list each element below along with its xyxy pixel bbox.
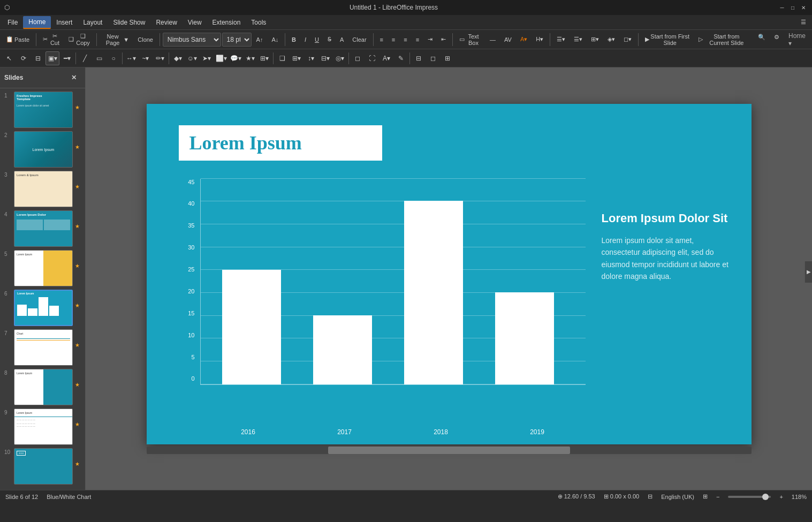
slide-thumb-3[interactable]: 3 Lorem & Ipsum ★: [4, 171, 81, 207]
line-color-btn[interactable]: ◻▾: [620, 32, 635, 47]
start-current-slide-btn[interactable]: ▷ Start from Current Slide: [695, 32, 753, 47]
close-slides-panel-btn[interactable]: ✕: [67, 71, 81, 85]
star-shape-btn[interactable]: ★▾: [243, 51, 257, 65]
copy-button[interactable]: ❑ ❑ Copy: [65, 32, 94, 47]
font-name-select[interactable]: Nimbus Sans: [163, 33, 221, 47]
menu-review[interactable]: Review: [150, 17, 182, 28]
canvas-area[interactable]: Lorem Ipsum 45 40 35 30 25 20 15 10 5 0: [86, 67, 812, 490]
freeform-btn[interactable]: ✏▾: [153, 51, 167, 65]
align-right-btn[interactable]: ≡: [400, 32, 411, 47]
minimize-btn[interactable]: ─: [778, 3, 786, 12]
start-first-slide-btn[interactable]: ▶ Start from First Slide: [641, 32, 694, 47]
font-size-increase-btn[interactable]: A↑: [253, 32, 267, 47]
justify-btn[interactable]: ≡: [412, 32, 423, 47]
callout-btn[interactable]: 💬▾: [229, 51, 242, 65]
highlight-btn[interactable]: H▾: [532, 32, 547, 47]
fill-color-btn[interactable]: ◈▾: [604, 32, 619, 47]
customize-btn[interactable]: ⚙: [770, 30, 783, 45]
slide-thumb-10[interactable]: 10 2018 ★: [4, 448, 81, 485]
superscript-button[interactable]: A: [336, 32, 347, 47]
menu-extension[interactable]: Extension: [207, 17, 246, 28]
crop-btn[interactable]: ⛶: [365, 51, 379, 65]
slide-thumb-5[interactable]: 5 Lorem Ipsum ★: [4, 250, 81, 286]
italic-button[interactable]: I: [301, 32, 310, 47]
slide-thumb-6[interactable]: 6 Lorem Ipsum ★: [4, 290, 81, 326]
table-btn[interactable]: ⊞▾: [587, 32, 603, 47]
numbering-btn[interactable]: ☰▾: [570, 32, 586, 47]
block-arrow-btn[interactable]: ➤▾: [200, 51, 214, 65]
paste-button[interactable]: 📋 Paste: [2, 32, 33, 47]
line-tool-btn[interactable]: ╱: [78, 51, 92, 65]
navigator-btn[interactable]: ⊟: [412, 51, 426, 65]
font-size-select[interactable]: 18 pt: [222, 33, 252, 47]
menu-home[interactable]: Home: [23, 16, 51, 29]
group-btn[interactable]: ⊞▾: [290, 51, 303, 65]
strikethrough-button[interactable]: S̶: [324, 32, 335, 47]
connector-btn[interactable]: ↔▾: [124, 51, 138, 65]
fit-page-btn[interactable]: ⊞: [703, 493, 708, 500]
zoom-in-btn[interactable]: +: [779, 494, 783, 500]
menu-tools[interactable]: Tools: [246, 17, 271, 28]
flowchart-btn[interactable]: ⬜▾: [214, 51, 228, 65]
zoom-slider-thumb[interactable]: [762, 494, 769, 500]
right-panel-toggle[interactable]: ▶: [805, 261, 812, 283]
zoom-slider[interactable]: [728, 496, 771, 498]
slide-title-box[interactable]: Lorem Ipsum: [179, 125, 382, 161]
3d-btn[interactable]: ◻: [426, 51, 440, 65]
indent-less-btn[interactable]: ⇤: [437, 32, 450, 47]
bold-button[interactable]: B: [288, 32, 300, 47]
line-style-btn[interactable]: ━▾: [60, 51, 74, 65]
menu-layout[interactable]: Layout: [78, 17, 108, 28]
maximize-btn[interactable]: □: [788, 3, 797, 12]
layer-btn[interactable]: ⊞: [441, 51, 454, 65]
clone-button[interactable]: Clone: [134, 32, 157, 47]
slide-thumb-8[interactable]: 8 Lorem Ipsum ★: [4, 369, 81, 405]
shadow-btn[interactable]: ◻: [351, 51, 365, 65]
more-shapes-btn[interactable]: ⊞▾: [257, 51, 271, 65]
slide-thumb-7[interactable]: 7 Chart ★: [4, 329, 81, 366]
bullets-btn[interactable]: ☰▾: [553, 32, 569, 47]
curve-btn[interactable]: ~▾: [139, 51, 153, 65]
slide-thumb-4[interactable]: 4 Lorem Ipsum Dolor ★: [4, 210, 81, 247]
slide-thumb-9[interactable]: 9 Lorem Ipsum — — — — — — — — — — — — — …: [4, 408, 81, 445]
fontwork-btn[interactable]: A▾: [380, 51, 393, 65]
menu-insert[interactable]: Insert: [51, 17, 78, 28]
zoom-out-btn[interactable]: −: [716, 494, 719, 500]
duplicate-btn[interactable]: ❑: [275, 51, 289, 65]
arrange-btn[interactable]: ↕▾: [304, 51, 318, 65]
font-size-decrease-btn[interactable]: A↓: [268, 32, 282, 47]
drawing-separator: [273, 52, 274, 64]
slide-thumb-2[interactable]: 2 Lorem Ipsum ★: [4, 131, 81, 168]
menu-view[interactable]: View: [183, 17, 207, 28]
select-tool-btn[interactable]: ↖: [2, 51, 16, 65]
rect-tool-btn[interactable]: ▭: [92, 51, 106, 65]
horizontal-scrollbar[interactable]: [147, 447, 752, 454]
align-center-btn[interactable]: ≡: [388, 32, 399, 47]
new-page-button[interactable]: New Page ▼: [100, 32, 133, 47]
line-btn[interactable]: —: [486, 32, 499, 47]
font-color-btn[interactable]: A▾: [517, 32, 531, 47]
shapes-btn[interactable]: ◆▾: [171, 51, 185, 65]
ellipse-tool-btn[interactable]: ○: [107, 51, 120, 65]
scroll-thumb[interactable]: [328, 447, 570, 454]
cut-button[interactable]: ✂ ✂ Cut: [39, 32, 64, 47]
tab-order-btn[interactable]: ⊟: [31, 51, 45, 65]
search-btn[interactable]: 🔍: [754, 30, 769, 45]
align-distribute-btn[interactable]: ⊟▾: [318, 51, 332, 65]
slide-thumb-1[interactable]: 1 Freshes ImpressTemplate Lorem ipsum do…: [4, 92, 81, 128]
combine-btn[interactable]: ◎▾: [333, 51, 347, 65]
underline-button[interactable]: U: [311, 32, 323, 47]
sidebar-toggle-btn[interactable]: ☰: [797, 15, 810, 30]
char-spacing-btn[interactable]: AV: [500, 32, 515, 47]
edit-points-btn[interactable]: ✎: [394, 51, 408, 65]
text-box-button[interactable]: ▭ Text Box: [456, 32, 485, 47]
indent-more-btn[interactable]: ⇥: [424, 32, 436, 47]
menu-slideshow[interactable]: Slide Show: [108, 17, 150, 28]
area-fill-btn[interactable]: ▣▾: [45, 51, 59, 65]
symbol-btn[interactable]: ☺▾: [185, 51, 199, 65]
align-left-btn[interactable]: ≡: [376, 32, 386, 47]
menu-file[interactable]: File: [2, 17, 23, 28]
close-btn[interactable]: ✕: [799, 3, 808, 12]
rotate-tool-btn[interactable]: ⟳: [17, 51, 31, 65]
clear-format-button[interactable]: Clear: [348, 32, 370, 47]
